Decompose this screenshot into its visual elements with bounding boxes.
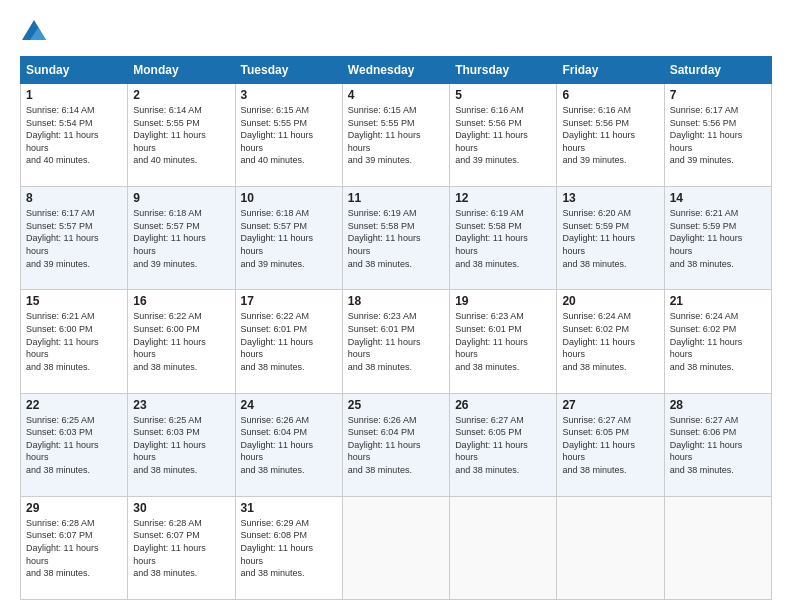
calendar-cell: 20 Sunrise: 6:24 AM Sunset: 6:02 PM Dayl…	[557, 290, 664, 393]
cell-info: Sunrise: 6:17 AM Sunset: 5:57 PM Dayligh…	[26, 207, 122, 270]
calendar-cell: 3 Sunrise: 6:15 AM Sunset: 5:55 PM Dayli…	[235, 84, 342, 187]
day-number: 29	[26, 501, 122, 515]
header	[20, 18, 772, 46]
cell-info: Sunrise: 6:18 AM Sunset: 5:57 PM Dayligh…	[133, 207, 229, 270]
cell-info: Sunrise: 6:21 AM Sunset: 5:59 PM Dayligh…	[670, 207, 766, 270]
calendar-cell	[342, 496, 449, 599]
calendar-cell	[664, 496, 771, 599]
day-number: 16	[133, 294, 229, 308]
day-number: 31	[241, 501, 337, 515]
day-number: 14	[670, 191, 766, 205]
day-number: 20	[562, 294, 658, 308]
cell-info: Sunrise: 6:17 AM Sunset: 5:56 PM Dayligh…	[670, 104, 766, 167]
day-number: 12	[455, 191, 551, 205]
calendar-cell: 2 Sunrise: 6:14 AM Sunset: 5:55 PM Dayli…	[128, 84, 235, 187]
day-number: 10	[241, 191, 337, 205]
calendar-cell: 19 Sunrise: 6:23 AM Sunset: 6:01 PM Dayl…	[450, 290, 557, 393]
calendar-cell: 25 Sunrise: 6:26 AM Sunset: 6:04 PM Dayl…	[342, 393, 449, 496]
cell-info: Sunrise: 6:19 AM Sunset: 5:58 PM Dayligh…	[348, 207, 444, 270]
day-number: 7	[670, 88, 766, 102]
cell-info: Sunrise: 6:23 AM Sunset: 6:01 PM Dayligh…	[348, 310, 444, 373]
day-number: 21	[670, 294, 766, 308]
calendar-cell: 6 Sunrise: 6:16 AM Sunset: 5:56 PM Dayli…	[557, 84, 664, 187]
calendar-cell: 23 Sunrise: 6:25 AM Sunset: 6:03 PM Dayl…	[128, 393, 235, 496]
day-number: 6	[562, 88, 658, 102]
day-header-thursday: Thursday	[450, 57, 557, 84]
day-number: 22	[26, 398, 122, 412]
day-number: 9	[133, 191, 229, 205]
calendar-cell: 4 Sunrise: 6:15 AM Sunset: 5:55 PM Dayli…	[342, 84, 449, 187]
logo-icon	[20, 18, 48, 46]
calendar-cell: 16 Sunrise: 6:22 AM Sunset: 6:00 PM Dayl…	[128, 290, 235, 393]
calendar-cell: 17 Sunrise: 6:22 AM Sunset: 6:01 PM Dayl…	[235, 290, 342, 393]
calendar-cell: 18 Sunrise: 6:23 AM Sunset: 6:01 PM Dayl…	[342, 290, 449, 393]
day-number: 25	[348, 398, 444, 412]
cell-info: Sunrise: 6:23 AM Sunset: 6:01 PM Dayligh…	[455, 310, 551, 373]
cell-info: Sunrise: 6:25 AM Sunset: 6:03 PM Dayligh…	[26, 414, 122, 477]
calendar-cell: 11 Sunrise: 6:19 AM Sunset: 5:58 PM Dayl…	[342, 187, 449, 290]
day-header-sunday: Sunday	[21, 57, 128, 84]
week-row-3: 15 Sunrise: 6:21 AM Sunset: 6:00 PM Dayl…	[21, 290, 772, 393]
cell-info: Sunrise: 6:28 AM Sunset: 6:07 PM Dayligh…	[26, 517, 122, 580]
day-number: 5	[455, 88, 551, 102]
cell-info: Sunrise: 6:14 AM Sunset: 5:55 PM Dayligh…	[133, 104, 229, 167]
cell-info: Sunrise: 6:26 AM Sunset: 6:04 PM Dayligh…	[348, 414, 444, 477]
calendar-cell: 31 Sunrise: 6:29 AM Sunset: 6:08 PM Dayl…	[235, 496, 342, 599]
page: SundayMondayTuesdayWednesdayThursdayFrid…	[0, 0, 792, 612]
calendar-cell: 24 Sunrise: 6:26 AM Sunset: 6:04 PM Dayl…	[235, 393, 342, 496]
calendar-cell: 28 Sunrise: 6:27 AM Sunset: 6:06 PM Dayl…	[664, 393, 771, 496]
calendar-cell: 29 Sunrise: 6:28 AM Sunset: 6:07 PM Dayl…	[21, 496, 128, 599]
cell-info: Sunrise: 6:16 AM Sunset: 5:56 PM Dayligh…	[455, 104, 551, 167]
calendar-cell: 10 Sunrise: 6:18 AM Sunset: 5:57 PM Dayl…	[235, 187, 342, 290]
calendar-cell: 9 Sunrise: 6:18 AM Sunset: 5:57 PM Dayli…	[128, 187, 235, 290]
day-header-monday: Monday	[128, 57, 235, 84]
cell-info: Sunrise: 6:24 AM Sunset: 6:02 PM Dayligh…	[670, 310, 766, 373]
week-row-1: 1 Sunrise: 6:14 AM Sunset: 5:54 PM Dayli…	[21, 84, 772, 187]
day-number: 15	[26, 294, 122, 308]
calendar-cell: 8 Sunrise: 6:17 AM Sunset: 5:57 PM Dayli…	[21, 187, 128, 290]
calendar-cell: 27 Sunrise: 6:27 AM Sunset: 6:05 PM Dayl…	[557, 393, 664, 496]
day-number: 28	[670, 398, 766, 412]
calendar-cell: 26 Sunrise: 6:27 AM Sunset: 6:05 PM Dayl…	[450, 393, 557, 496]
calendar-cell	[450, 496, 557, 599]
day-number: 19	[455, 294, 551, 308]
cell-info: Sunrise: 6:15 AM Sunset: 5:55 PM Dayligh…	[348, 104, 444, 167]
cell-info: Sunrise: 6:18 AM Sunset: 5:57 PM Dayligh…	[241, 207, 337, 270]
cell-info: Sunrise: 6:28 AM Sunset: 6:07 PM Dayligh…	[133, 517, 229, 580]
calendar-cell: 30 Sunrise: 6:28 AM Sunset: 6:07 PM Dayl…	[128, 496, 235, 599]
calendar-cell: 22 Sunrise: 6:25 AM Sunset: 6:03 PM Dayl…	[21, 393, 128, 496]
cell-info: Sunrise: 6:29 AM Sunset: 6:08 PM Dayligh…	[241, 517, 337, 580]
cell-info: Sunrise: 6:14 AM Sunset: 5:54 PM Dayligh…	[26, 104, 122, 167]
day-number: 30	[133, 501, 229, 515]
week-row-4: 22 Sunrise: 6:25 AM Sunset: 6:03 PM Dayl…	[21, 393, 772, 496]
day-header-friday: Friday	[557, 57, 664, 84]
day-number: 18	[348, 294, 444, 308]
day-number: 8	[26, 191, 122, 205]
day-number: 13	[562, 191, 658, 205]
day-number: 26	[455, 398, 551, 412]
day-header-tuesday: Tuesday	[235, 57, 342, 84]
calendar-cell: 12 Sunrise: 6:19 AM Sunset: 5:58 PM Dayl…	[450, 187, 557, 290]
calendar-cell: 13 Sunrise: 6:20 AM Sunset: 5:59 PM Dayl…	[557, 187, 664, 290]
calendar-table: SundayMondayTuesdayWednesdayThursdayFrid…	[20, 56, 772, 600]
calendar-cell	[557, 496, 664, 599]
calendar-cell: 5 Sunrise: 6:16 AM Sunset: 5:56 PM Dayli…	[450, 84, 557, 187]
cell-info: Sunrise: 6:27 AM Sunset: 6:05 PM Dayligh…	[455, 414, 551, 477]
cell-info: Sunrise: 6:22 AM Sunset: 6:01 PM Dayligh…	[241, 310, 337, 373]
cell-info: Sunrise: 6:24 AM Sunset: 6:02 PM Dayligh…	[562, 310, 658, 373]
cell-info: Sunrise: 6:21 AM Sunset: 6:00 PM Dayligh…	[26, 310, 122, 373]
calendar-header-row: SundayMondayTuesdayWednesdayThursdayFrid…	[21, 57, 772, 84]
calendar-cell: 15 Sunrise: 6:21 AM Sunset: 6:00 PM Dayl…	[21, 290, 128, 393]
day-number: 11	[348, 191, 444, 205]
cell-info: Sunrise: 6:20 AM Sunset: 5:59 PM Dayligh…	[562, 207, 658, 270]
cell-info: Sunrise: 6:26 AM Sunset: 6:04 PM Dayligh…	[241, 414, 337, 477]
calendar-cell: 21 Sunrise: 6:24 AM Sunset: 6:02 PM Dayl…	[664, 290, 771, 393]
day-number: 1	[26, 88, 122, 102]
day-number: 17	[241, 294, 337, 308]
day-number: 4	[348, 88, 444, 102]
cell-info: Sunrise: 6:27 AM Sunset: 6:05 PM Dayligh…	[562, 414, 658, 477]
day-number: 2	[133, 88, 229, 102]
day-number: 3	[241, 88, 337, 102]
cell-info: Sunrise: 6:25 AM Sunset: 6:03 PM Dayligh…	[133, 414, 229, 477]
calendar-cell: 14 Sunrise: 6:21 AM Sunset: 5:59 PM Dayl…	[664, 187, 771, 290]
